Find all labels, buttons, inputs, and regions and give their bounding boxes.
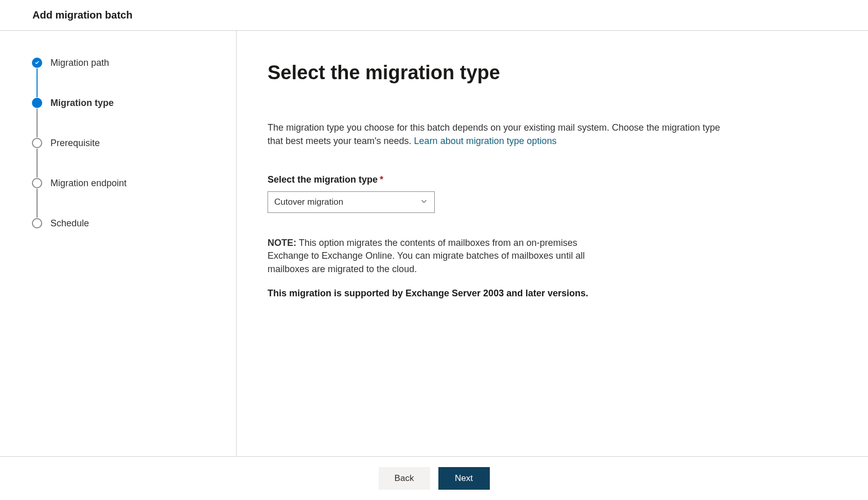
next-button[interactable]: Next [438, 467, 490, 490]
step-migration-path[interactable]: Migration path [32, 58, 236, 98]
step-marker-wrap [32, 178, 42, 218]
learn-more-link[interactable]: Learn about migration type options [414, 136, 557, 146]
field-label-text: Select the migration type [268, 174, 378, 185]
migration-type-select-wrapper: Cutover migration [268, 191, 435, 213]
step-marker-wrap [32, 98, 42, 138]
step-label: Prerequisite [50, 138, 100, 148]
step-label: Migration type [50, 98, 114, 108]
selected-option-text: Cutover migration [274, 197, 343, 207]
description-text: The migration type you choose for this b… [268, 121, 731, 148]
main-title: Select the migration type [268, 62, 837, 84]
step-marker-wrap [32, 138, 42, 178]
step-marker-wrap [32, 58, 42, 98]
step-label: Migration path [50, 58, 109, 68]
steps-list: Migration path Migration type Prerequisi… [32, 58, 236, 228]
step-label: Migration endpoint [50, 178, 127, 188]
upcoming-step-icon [32, 138, 42, 148]
checkmark-icon [32, 58, 42, 68]
required-asterisk: * [380, 174, 383, 185]
step-migration-type[interactable]: Migration type [32, 98, 236, 138]
upcoming-step-icon [32, 218, 42, 228]
migration-type-select[interactable]: Cutover migration [268, 191, 435, 213]
step-schedule[interactable]: Schedule [32, 218, 236, 228]
step-marker-wrap [32, 218, 42, 228]
step-prerequisite[interactable]: Prerequisite [32, 138, 236, 178]
step-connector [37, 68, 38, 97]
step-connector [37, 109, 38, 137]
step-connector [37, 189, 38, 218]
migration-type-label: Select the migration type* [268, 174, 837, 185]
step-label: Schedule [50, 218, 89, 228]
note-body: This option migrates the contents of mai… [268, 238, 584, 274]
step-connector [37, 149, 38, 177]
main-content: Select the migration type The migration … [237, 31, 868, 456]
note-paragraph: NOTE: This option migrates the contents … [268, 237, 597, 276]
support-text: This migration is supported by Exchange … [268, 288, 837, 299]
content-wrapper: Migration path Migration type Prerequisi… [0, 31, 868, 456]
back-button[interactable]: Back [379, 467, 430, 490]
step-migration-endpoint[interactable]: Migration endpoint [32, 178, 236, 218]
wizard-footer: Back Next [0, 456, 868, 500]
page-header: Add migration batch [0, 0, 868, 31]
note-label: NOTE: [268, 238, 296, 248]
upcoming-step-icon [32, 178, 42, 188]
current-step-icon [32, 98, 42, 108]
wizard-sidebar: Migration path Migration type Prerequisi… [0, 31, 237, 456]
page-title: Add migration batch [32, 9, 132, 21]
